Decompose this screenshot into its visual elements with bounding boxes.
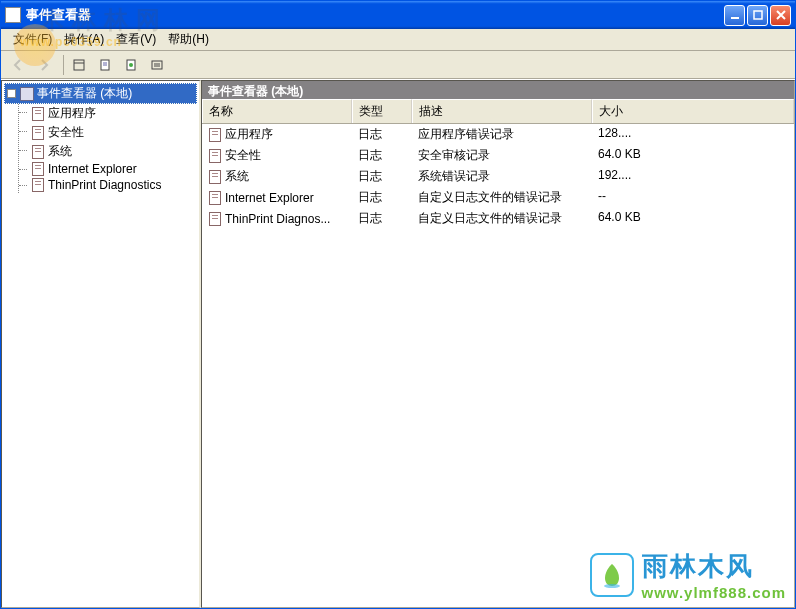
window-title: 事件查看器 — [26, 6, 722, 24]
col-header-name[interactable]: 名称 — [202, 99, 352, 123]
cell-name: 系统 — [202, 167, 352, 186]
expand-toggle-icon[interactable]: − — [7, 89, 16, 98]
cell-type: 日志 — [352, 125, 412, 144]
log-icon — [31, 126, 45, 140]
close-button[interactable] — [770, 5, 791, 26]
menu-action[interactable]: 操作(A) — [58, 29, 110, 50]
log-icon — [208, 128, 222, 142]
list-row[interactable]: Internet Explorer 日志 自定义日志文件的错误记录 -- — [202, 187, 794, 208]
app-icon — [5, 7, 21, 23]
export-icon — [150, 58, 164, 72]
cell-type: 日志 — [352, 209, 412, 228]
tree-root-node[interactable]: − 事件查看器 (本地) — [4, 83, 197, 104]
cell-name: Internet Explorer — [202, 188, 352, 207]
cell-type: 日志 — [352, 146, 412, 165]
toolbar-separator — [63, 55, 64, 75]
minimize-icon — [729, 9, 741, 21]
cell-desc: 应用程序错误记录 — [412, 125, 592, 144]
cell-size: 128.... — [592, 125, 794, 144]
log-icon — [31, 162, 45, 176]
cell-name: ThinPrint Diagnos... — [202, 209, 352, 228]
svg-rect-2 — [74, 60, 84, 70]
event-viewer-icon — [20, 87, 34, 101]
tb-btn-3[interactable] — [120, 54, 142, 76]
app-window: 事件查看器 木林林网 文件(F) 操作(A) 查看(V) 帮助(H) — [0, 0, 796, 609]
log-icon — [208, 191, 222, 205]
cell-desc: 系统错误记录 — [412, 167, 592, 186]
cell-desc: 自定义日志文件的错误记录 — [412, 209, 592, 228]
tree-pane[interactable]: − 事件查看器 (本地) 应用程序 安全性 系统 Internet Explor… — [1, 80, 201, 608]
menu-view[interactable]: 查看(V) — [110, 29, 162, 50]
cell-size: 64.0 KB — [592, 209, 794, 228]
tb-btn-1[interactable] — [68, 54, 90, 76]
tree-item-label: 应用程序 — [48, 105, 96, 122]
refresh-icon — [124, 58, 138, 72]
forward-button — [33, 54, 55, 76]
menubar: 文件(F) 操作(A) 查看(V) 帮助(H) — [1, 29, 795, 51]
cell-size: -- — [592, 188, 794, 207]
content-area: − 事件查看器 (本地) 应用程序 安全性 系统 Internet Explor… — [1, 79, 795, 608]
list-header: 名称 类型 描述 大小 — [202, 99, 794, 124]
toolbar — [1, 51, 795, 79]
pane-header: 事件查看器 (本地) — [202, 81, 794, 99]
tb-btn-4[interactable] — [146, 54, 168, 76]
titlebar[interactable]: 事件查看器 — [1, 1, 795, 29]
menu-file[interactable]: 文件(F) — [7, 29, 58, 50]
cell-desc: 安全审核记录 — [412, 146, 592, 165]
log-icon — [31, 178, 45, 192]
tree-item-label: Internet Explorer — [48, 162, 137, 176]
tb-btn-2[interactable] — [94, 54, 116, 76]
cell-desc: 自定义日志文件的错误记录 — [412, 188, 592, 207]
svg-rect-9 — [152, 61, 162, 69]
properties-icon — [98, 58, 112, 72]
list-row[interactable]: 安全性 日志 安全审核记录 64.0 KB — [202, 145, 794, 166]
svg-rect-1 — [754, 11, 762, 19]
tree-item[interactable]: ThinPrint Diagnostics — [29, 177, 197, 193]
svg-point-8 — [129, 63, 133, 67]
cell-name: 安全性 — [202, 146, 352, 165]
tree-root-label: 事件查看器 (本地) — [37, 85, 132, 102]
tree-item[interactable]: 应用程序 — [29, 104, 197, 123]
col-header-desc[interactable]: 描述 — [412, 99, 592, 123]
back-icon — [11, 58, 25, 72]
close-icon — [775, 9, 787, 21]
details-pane: 事件查看器 (本地) 名称 类型 描述 大小 应用程序 日志 应用程序错误记录 … — [201, 80, 795, 608]
list-row[interactable]: 系统 日志 系统错误记录 192.... — [202, 166, 794, 187]
log-icon — [208, 149, 222, 163]
list-row[interactable]: 应用程序 日志 应用程序错误记录 128.... — [202, 124, 794, 145]
list-icon — [72, 58, 86, 72]
log-icon — [208, 170, 222, 184]
list-row[interactable]: ThinPrint Diagnos... 日志 自定义日志文件的错误记录 64.… — [202, 208, 794, 229]
menu-help[interactable]: 帮助(H) — [162, 29, 215, 50]
tree-item-label: ThinPrint Diagnostics — [48, 178, 161, 192]
maximize-button[interactable] — [747, 5, 768, 26]
svg-rect-0 — [731, 17, 739, 19]
tree-item[interactable]: 系统 — [29, 142, 197, 161]
log-icon — [31, 107, 45, 121]
minimize-button[interactable] — [724, 5, 745, 26]
cell-name: 应用程序 — [202, 125, 352, 144]
tree-item-label: 系统 — [48, 143, 72, 160]
cell-type: 日志 — [352, 167, 412, 186]
tree-item[interactable]: 安全性 — [29, 123, 197, 142]
cell-type: 日志 — [352, 188, 412, 207]
tree-item[interactable]: Internet Explorer — [29, 161, 197, 177]
col-header-type[interactable]: 类型 — [352, 99, 412, 123]
back-button — [7, 54, 29, 76]
log-icon — [208, 212, 222, 226]
forward-icon — [37, 58, 51, 72]
log-icon — [31, 145, 45, 159]
list-body[interactable]: 应用程序 日志 应用程序错误记录 128.... 安全性 日志 安全审核记录 6… — [202, 124, 794, 607]
col-header-size[interactable]: 大小 — [592, 99, 794, 123]
maximize-icon — [752, 9, 764, 21]
tree-item-label: 安全性 — [48, 124, 84, 141]
cell-size: 64.0 KB — [592, 146, 794, 165]
cell-size: 192.... — [592, 167, 794, 186]
